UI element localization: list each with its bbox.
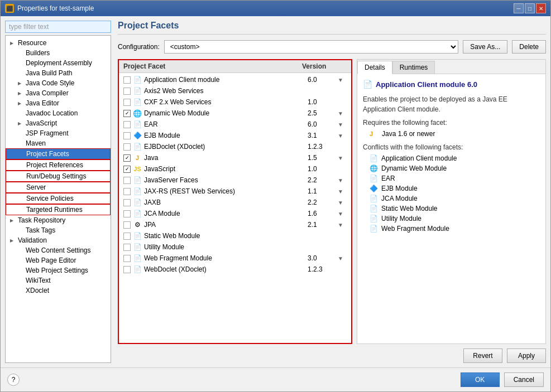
minimize-button[interactable]: ─ — [514, 3, 524, 13]
sidebar-item-maven[interactable]: Maven ← — [6, 138, 111, 148]
sidebar-item-java-compiler[interactable]: ▶ Java Compiler — [6, 88, 111, 98]
dropdown-arrow-icon[interactable]: ▼ — [338, 177, 347, 183]
facet-checkbox[interactable] — [123, 233, 131, 240]
facet-checkbox[interactable]: ✓ — [123, 110, 131, 117]
dropdown-arrow-icon[interactable]: ▼ — [338, 188, 347, 195]
facet-checkbox[interactable] — [123, 132, 131, 139]
facet-row-jsf[interactable]: 📄 JavaServer Faces 2.2 ▼ — [119, 175, 351, 186]
sidebar-item-wikitext[interactable]: WikiText — [6, 275, 111, 285]
dropdown-arrow-icon[interactable]: ▼ — [338, 200, 347, 206]
dropdown-arrow-icon[interactable]: ▼ — [338, 77, 347, 83]
sidebar-item-run-debug-settings[interactable]: Run/Debug Settings — [6, 171, 111, 182]
facet-row-jca[interactable]: 📄 JCA Module 1.6 ▼ — [119, 208, 351, 219]
title-bar-left: ⬛ Properties for test-sample — [5, 4, 94, 13]
dropdown-arrow-icon[interactable]: ▼ — [338, 222, 347, 228]
facet-row-application-client[interactable]: 📄 Application Client module 6.0 ▼ — [119, 74, 351, 85]
save-as-button[interactable]: Save As... — [463, 40, 507, 54]
nav-tree: ▶ Resource Builders Deployment Assembly — [5, 35, 111, 363]
facet-checkbox[interactable] — [123, 121, 131, 128]
facet-checkbox[interactable] — [123, 266, 131, 273]
sidebar-item-java-code-style[interactable]: ▶ Java Code Style — [6, 78, 111, 88]
facet-row-axis2[interactable]: 📄 Axis2 Web Services — [119, 85, 351, 96]
revert-button[interactable]: Revert — [463, 349, 502, 363]
sidebar-item-validation[interactable]: ▶ Validation — [6, 235, 111, 245]
facet-checkbox[interactable] — [123, 99, 131, 106]
sidebar-item-task-tags[interactable]: Task Tags — [6, 225, 111, 235]
facet-row-jax-rs[interactable]: 📄 JAX-RS (REST Web Services) 1.1 ▼ — [119, 186, 351, 197]
apply-button[interactable]: Apply — [507, 349, 546, 363]
dropdown-arrow-icon[interactable]: ▼ — [338, 211, 347, 217]
details-facet-icon: 📄 — [363, 80, 372, 89]
sidebar-item-web-page-editor[interactable]: Web Page Editor — [6, 255, 111, 265]
facet-row-ejb-module[interactable]: 🔷 EJB Module 3.1 ▼ — [119, 130, 351, 141]
facet-row-ejbdoclet[interactable]: 📄 EJBDoclet (XDoclet) 1.2.3 — [119, 141, 351, 152]
sidebar-item-server[interactable]: Server — [6, 182, 111, 193]
conflict-item-text: JCA Module — [381, 195, 418, 202]
delete-button[interactable]: Delete — [512, 40, 546, 54]
conflict-icon: 📄 — [370, 175, 378, 182]
main-content: Project Facet Version 📄 Application Clie… — [118, 59, 546, 344]
sidebar-item-java-build-path[interactable]: Java Build Path — [6, 68, 111, 78]
dropdown-arrow-icon[interactable]: ▼ — [338, 155, 347, 161]
sidebar-item-java-editor[interactable]: ▶ Java Editor — [6, 98, 111, 108]
facet-row-dynamic-web-module[interactable]: ✓ 🌐 Dynamic Web Module 2.5 ▼ — [119, 108, 351, 119]
facet-checkbox[interactable] — [123, 221, 131, 229]
facet-checkbox[interactable] — [123, 188, 131, 195]
dropdown-arrow-icon[interactable]: ▼ — [338, 255, 347, 262]
facet-checkbox[interactable]: ✓ — [123, 166, 131, 173]
facet-row-static-web[interactable]: 📄 Static Web Module — [119, 230, 351, 241]
title-buttons: ─ □ ✕ — [514, 3, 546, 13]
facet-row-jpa[interactable]: ⚙ JPA 2.1 ▼ — [119, 219, 351, 230]
filter-input[interactable] — [5, 21, 111, 33]
conflict-item-text: Web Fragment Module — [381, 225, 449, 233]
facet-checkbox[interactable] — [123, 210, 131, 217]
facet-version: 1.6 — [308, 210, 336, 217]
facet-row-web-fragment[interactable]: 📄 Web Fragment Module 3.0 ▼ — [119, 253, 351, 264]
sidebar-item-service-policies[interactable]: Service Policies — [6, 193, 111, 204]
ok-button[interactable]: OK — [461, 372, 500, 387]
sidebar-item-jsp-fragment[interactable]: JSP Fragment — [6, 128, 111, 138]
facet-row-ear[interactable]: 📄 EAR 6.0 ▼ — [119, 119, 351, 130]
tab-runtimes[interactable]: Runtimes — [392, 61, 435, 74]
facet-row-java[interactable]: ✓ J Java 1.5 ▼ — [119, 152, 351, 163]
sidebar-item-label: Java Build Path — [26, 69, 72, 77]
facet-row-javascript[interactable]: ✓ JS JavaScript 1.0 — [119, 163, 351, 175]
sidebar-item-resource[interactable]: ▶ Resource — [6, 38, 111, 48]
sidebar-item-targeted-runtimes[interactable]: Targeted Runtimes — [6, 204, 111, 215]
sidebar-item-project-facets[interactable]: Project Facets — [6, 148, 111, 159]
facet-version: 1.2.3 — [308, 143, 336, 151]
facet-checkbox[interactable] — [123, 88, 131, 95]
sidebar-item-builders[interactable]: Builders — [6, 48, 111, 58]
maximize-button[interactable]: □ — [525, 3, 535, 13]
facet-checkbox[interactable] — [123, 76, 131, 84]
configuration-select[interactable]: <custom> — [164, 40, 459, 54]
dropdown-arrow-icon[interactable]: ▼ — [338, 122, 347, 128]
facet-checkbox[interactable]: ✓ — [123, 154, 131, 162]
cancel-button[interactable]: Cancel — [504, 372, 544, 387]
tab-details[interactable]: Details — [357, 61, 392, 74]
facet-checkbox[interactable] — [123, 199, 131, 206]
facet-row-jaxb[interactable]: 📄 JAXB 2.2 ▼ — [119, 197, 351, 208]
facet-row-webdoclet[interactable]: 📄 WebDoclet (XDoclet) 1.2.3 — [119, 264, 351, 275]
sidebar-item-project-references[interactable]: Project References — [6, 159, 111, 171]
sidebar-item-javascript[interactable]: ▶ JavaScript — [6, 118, 111, 128]
facet-checkbox[interactable] — [123, 255, 131, 262]
details-conflict-item-4: 🔷 EJB Module — [363, 183, 540, 193]
facet-row-cxf[interactable]: 📄 CXF 2.x Web Services 1.0 — [119, 96, 351, 108]
sidebar-item-web-content-settings[interactable]: Web Content Settings — [6, 245, 111, 255]
facet-checkbox[interactable] — [123, 177, 131, 184]
dropdown-arrow-icon[interactable]: ▼ — [338, 110, 347, 117]
sidebar-item-deployment-assembly[interactable]: Deployment Assembly — [6, 58, 111, 68]
sidebar-item-xdoclet[interactable]: XDoclet — [6, 285, 111, 296]
facet-name: JCA Module — [144, 210, 305, 217]
sidebar-item-javadoc-location[interactable]: Javadoc Location — [6, 108, 111, 118]
facet-checkbox[interactable] — [123, 143, 131, 151]
sidebar-item-web-project-settings[interactable]: Web Project Settings — [6, 265, 111, 275]
details-panel: Details Runtimes 📄 Application Client mo… — [357, 59, 546, 344]
sidebar-item-task-repository[interactable]: ▶ Task Repository — [6, 215, 111, 225]
help-button[interactable]: ? — [7, 374, 20, 386]
facet-row-utility-module[interactable]: 📄 Utility Module — [119, 241, 351, 253]
facet-checkbox[interactable] — [123, 244, 131, 251]
close-button[interactable]: ✕ — [536, 3, 546, 13]
dropdown-arrow-icon[interactable]: ▼ — [338, 133, 347, 139]
